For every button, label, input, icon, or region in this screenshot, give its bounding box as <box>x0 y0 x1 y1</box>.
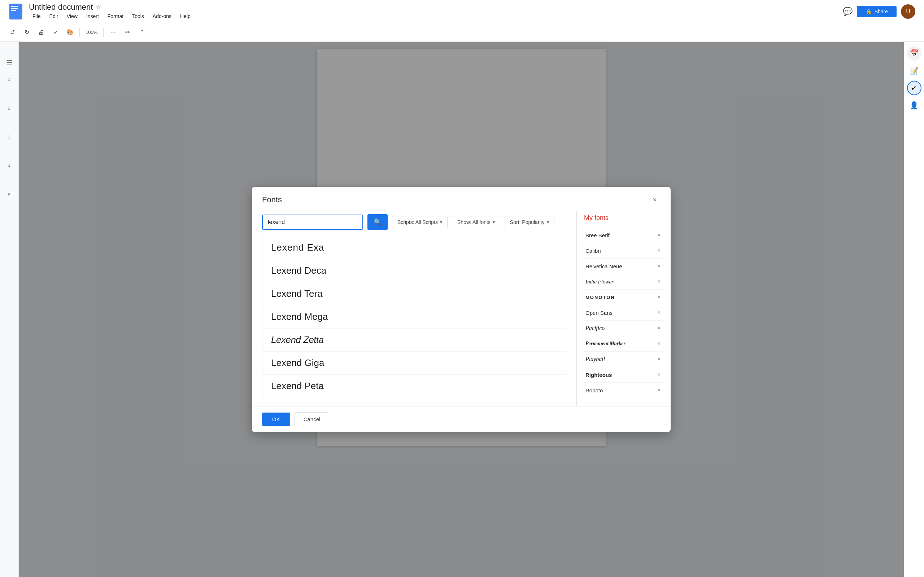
my-font-name-pacifico: Pacifico <box>585 325 604 331</box>
fonts-modal: Fonts × 🔍 <box>252 187 670 432</box>
my-font-name-monoton: MONOTON <box>585 295 615 300</box>
my-font-righteous[interactable]: Righteous × <box>584 367 665 383</box>
menu-edit[interactable]: Edit <box>46 12 62 21</box>
sort-filter[interactable]: Sort: Popularity ▾ <box>505 216 554 228</box>
search-row: 🔍 Scripts: All Scripts ▾ Show: All fonts… <box>262 211 577 236</box>
tasks-icon[interactable]: ✓ <box>907 81 921 95</box>
my-font-monoton[interactable]: MONOTON × <box>584 290 665 305</box>
remove-roboto-button[interactable]: × <box>656 386 662 394</box>
my-font-name-helvetica-neue: Helvetica Neue <box>585 263 622 269</box>
fonts-panel: 🔍 Scripts: All Scripts ▾ Show: All fonts… <box>252 211 577 406</box>
zoom-value: 100 <box>86 29 94 35</box>
show-filter[interactable]: Show: All fonts ▾ <box>452 216 500 228</box>
font-item-lexend-tera[interactable]: Lexend Tera <box>262 282 566 305</box>
zoom-percent: % <box>94 29 98 35</box>
my-font-pacifico[interactable]: Pacifico × <box>584 321 665 336</box>
comments-icon[interactable]: 💬 <box>843 7 853 16</box>
font-name-lexend-mega: Lexend Mega <box>271 311 328 322</box>
spellcheck-icon[interactable]: ✓ <box>49 26 62 39</box>
modal-body: 🔍 Scripts: All Scripts ▾ Show: All fonts… <box>252 211 670 406</box>
my-font-name-roboto: Roboto <box>585 387 603 393</box>
print-icon[interactable]: 🖨 <box>35 26 48 39</box>
modal-overlay: Fonts × 🔍 <box>19 42 904 577</box>
my-font-indie-flower[interactable]: Indie Flower × <box>584 274 665 290</box>
font-item-lexend-peta[interactable]: Lexend Peta <box>262 375 566 397</box>
doc-outline-icon[interactable]: ☰ <box>3 56 16 69</box>
show-chevron-icon: ▾ <box>493 220 495 225</box>
search-button[interactable]: 🔍 <box>367 214 388 230</box>
remove-bree-serif-button[interactable]: × <box>656 231 662 239</box>
my-font-playball[interactable]: Playball × <box>584 351 665 367</box>
my-font-open-sans[interactable]: Open Sans × <box>584 305 665 321</box>
doc-title[interactable]: Untitled document <box>29 3 93 12</box>
toolbar: ↺ ↻ 🖨 ✓ 🎨 100% ⋯ ✏ ⌃ <box>0 23 924 42</box>
paint-format-icon[interactable]: 🎨 <box>63 26 76 39</box>
doc-icon <box>9 3 23 20</box>
undo-icon[interactable]: ↺ <box>6 26 19 39</box>
avatar[interactable]: U <box>901 4 915 19</box>
ok-button[interactable]: OK <box>262 413 290 426</box>
remove-righteous-button[interactable]: × <box>656 371 662 379</box>
font-item-lexend-zetta[interactable]: Lexend Zetta <box>262 329 566 351</box>
close-icon: × <box>653 196 657 204</box>
remove-open-sans-button[interactable]: × <box>656 309 662 317</box>
modal-footer: OK Cancel <box>252 406 670 432</box>
sort-filter-label: Sort: Popularity <box>510 219 544 225</box>
my-font-name-permanent-marker: Permanent Marker <box>585 341 625 347</box>
menu-insert[interactable]: Insert <box>82 12 102 21</box>
my-font-name-open-sans: Open Sans <box>585 310 612 316</box>
menu-format[interactable]: Format <box>104 12 127 21</box>
font-name-lexend-deca: Lexend Deca <box>271 265 326 276</box>
my-font-name-calibri: Calibri <box>585 248 601 254</box>
cancel-button[interactable]: Cancel <box>294 412 330 426</box>
menu-view[interactable]: View <box>63 12 81 21</box>
remove-permanent-marker-button[interactable]: × <box>656 340 662 348</box>
share-button[interactable]: 🔒 Share <box>857 6 897 17</box>
remove-calibri-button[interactable]: × <box>656 247 662 255</box>
remove-indie-flower-button[interactable]: × <box>656 278 662 285</box>
sort-chevron-icon: ▾ <box>547 220 549 225</box>
font-item-lexend-mega[interactable]: Lexend Mega <box>262 305 566 329</box>
search-icon: 🔍 <box>373 218 381 226</box>
my-fonts-title: My fonts <box>584 211 665 227</box>
share-label: Share <box>874 9 888 15</box>
ruler-1: 1 <box>8 76 10 105</box>
scripts-filter[interactable]: Scripts: All Scripts ▾ <box>392 216 447 228</box>
remove-monoton-button[interactable]: × <box>656 293 662 301</box>
search-input[interactable] <box>262 214 363 230</box>
font-name-lexend-giga: Lexend Giga <box>271 357 324 369</box>
my-font-name-playball: Playball <box>585 356 605 363</box>
calendar-icon[interactable]: 📅 <box>907 46 921 61</box>
svg-rect-3 <box>11 10 16 11</box>
my-font-bree-serif[interactable]: Bree Serif × <box>584 227 665 243</box>
remove-helvetica-neue-button[interactable]: × <box>656 262 662 270</box>
my-font-helvetica-neue[interactable]: Helvetica Neue × <box>584 259 665 274</box>
my-font-roboto[interactable]: Roboto × <box>584 383 665 398</box>
menu-file[interactable]: File <box>29 12 44 21</box>
more-options-icon[interactable]: ⋯ <box>107 26 120 39</box>
redo-icon[interactable]: ↻ <box>20 26 33 39</box>
pen-icon[interactable]: ✏ <box>121 26 134 39</box>
menu-tools[interactable]: Tools <box>129 12 148 21</box>
menu-help[interactable]: Help <box>176 12 194 21</box>
my-font-permanent-marker[interactable]: Permanent Marker × <box>584 336 665 351</box>
contact-icon[interactable]: 👤 <box>907 98 921 113</box>
star-icon[interactable]: ☆ <box>96 3 102 11</box>
remove-playball-button[interactable]: × <box>656 355 662 363</box>
font-name-lexend-tera: Lexend Tera <box>271 288 323 299</box>
font-item-lexend-giga[interactable]: Lexend Giga <box>262 351 566 375</box>
svg-rect-2 <box>11 8 18 9</box>
my-font-name-indie-flower: Indie Flower <box>585 279 614 285</box>
font-item-lexend-exa[interactable]: Lexend Exa <box>262 236 566 259</box>
remove-pacifico-button[interactable]: × <box>656 324 662 332</box>
notes-icon[interactable]: 📝 <box>907 63 921 78</box>
my-fonts-panel: My fonts Bree Serif × Calibri × Helvetic… <box>577 211 670 406</box>
modal-close-button[interactable]: × <box>649 194 661 206</box>
font-item-lexend-deca[interactable]: Lexend Deca <box>262 259 566 282</box>
menu-addons[interactable]: Add-ons <box>149 12 175 21</box>
zoom-display[interactable]: 100% <box>82 29 100 35</box>
chevron-up-icon[interactable]: ⌃ <box>135 26 149 39</box>
right-sidebar: 📅 📝 ✓ 👤 <box>904 42 924 577</box>
my-font-calibri[interactable]: Calibri × <box>584 243 665 259</box>
left-ruler: ☰ 1 2 3 4 5 <box>0 42 19 577</box>
